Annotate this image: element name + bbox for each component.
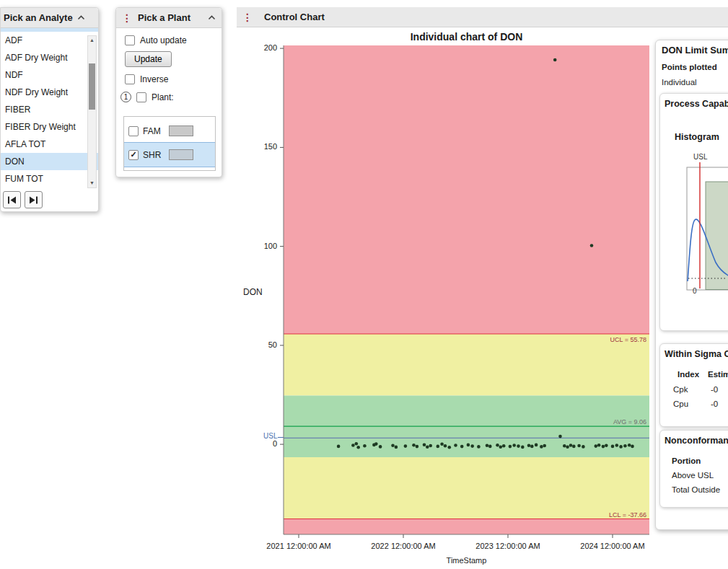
data-point[interactable]: [416, 445, 419, 449]
data-point[interactable]: [486, 444, 489, 448]
data-point[interactable]: [444, 444, 447, 448]
data-point[interactable]: [566, 445, 569, 449]
collapse-icon[interactable]: [208, 15, 216, 20]
list-item-adf-dry-weight[interactable]: ADF Dry Weight: [1, 49, 98, 66]
list-item-ndf-dry-weight[interactable]: NDF Dry Weight: [1, 84, 98, 101]
data-point[interactable]: [470, 444, 474, 448]
data-point[interactable]: [448, 446, 452, 449]
data-point[interactable]: [404, 444, 408, 448]
list-item-fiber[interactable]: FIBER: [1, 101, 98, 118]
data-point[interactable]: [521, 446, 525, 449]
data-point[interactable]: [429, 444, 432, 448]
pick-analyte-header[interactable]: Pick an Analyte: [1, 8, 98, 28]
data-point[interactable]: [412, 444, 416, 447]
data-point[interactable]: [440, 443, 444, 446]
menu-icon[interactable]: ⋮: [122, 13, 132, 23]
points-plotted-label: Points plotted: [662, 63, 717, 71]
inverse-checkbox[interactable]: [125, 74, 135, 84]
data-point[interactable]: [543, 444, 546, 448]
data-point[interactable]: [582, 445, 585, 449]
data-point[interactable]: [374, 442, 378, 446]
list-item-fiber-dry-weight[interactable]: FIBER Dry Weight: [1, 118, 98, 136]
data-point[interactable]: [355, 442, 359, 446]
pick-analyte-title: Pick an Analyte: [4, 12, 73, 23]
data-point[interactable]: [496, 444, 499, 447]
data-point[interactable]: [426, 445, 429, 449]
data-point[interactable]: [502, 444, 506, 448]
list-item: Total Outside: [672, 485, 720, 494]
control-chart-header[interactable]: ⋮ Control Chart: [237, 7, 728, 27]
data-point[interactable]: [605, 444, 608, 448]
analyte-scrollbar[interactable]: ▲ ▼: [87, 35, 97, 188]
data-point[interactable]: [517, 444, 520, 448]
last-page-button[interactable]: [25, 191, 43, 208]
data-point[interactable]: [540, 445, 543, 449]
data-point[interactable]: [611, 445, 615, 449]
plant-row-shr[interactable]: ✓SHR: [124, 143, 215, 167]
data-point[interactable]: [615, 444, 619, 447]
data-point[interactable]: [423, 443, 426, 446]
data-point[interactable]: [395, 446, 398, 449]
auto-update-checkbox[interactable]: [125, 35, 135, 45]
data-point[interactable]: [512, 444, 516, 447]
pick-plant-header[interactable]: ⋮ Pick a Plant: [116, 8, 222, 28]
list-item-ndf[interactable]: NDF: [1, 66, 98, 84]
plot-area[interactable]: UCL = 55.78AVG = 9.06LCL = -37.66: [284, 45, 649, 534]
data-point[interactable]: [351, 444, 355, 447]
data-point[interactable]: [590, 244, 594, 247]
data-point[interactable]: [337, 445, 341, 449]
data-point[interactable]: [558, 435, 562, 438]
checkbox-shr[interactable]: ✓: [128, 150, 139, 160]
collapse-icon[interactable]: [77, 15, 85, 20]
data-point[interactable]: [602, 445, 605, 449]
histogram-plot[interactable]: USL 0: [685, 150, 728, 294]
update-button[interactable]: Update: [125, 51, 172, 67]
data-point[interactable]: [437, 445, 440, 449]
list-item-don[interactable]: DON: [1, 153, 98, 170]
data-point[interactable]: [553, 58, 557, 62]
data-point[interactable]: [460, 445, 464, 449]
data-point[interactable]: [619, 445, 623, 449]
data-point[interactable]: [379, 445, 382, 449]
data-point[interactable]: [356, 446, 360, 449]
y-tick-label: 150: [264, 142, 277, 151]
data-point[interactable]: [477, 445, 481, 449]
data-point[interactable]: [467, 444, 470, 447]
data-point[interactable]: [623, 444, 627, 448]
first-page-button[interactable]: [3, 191, 21, 208]
data-point[interactable]: [535, 444, 538, 447]
data-point[interactable]: [631, 445, 634, 449]
data-point[interactable]: [577, 444, 581, 448]
checkbox-fam[interactable]: [128, 126, 139, 136]
data-point[interactable]: [488, 445, 492, 449]
data-point[interactable]: [363, 444, 367, 448]
portion-header: Portion: [672, 456, 701, 465]
scroll-thumb[interactable]: [89, 63, 95, 110]
data-point[interactable]: [597, 444, 601, 447]
last-page-icon: [29, 196, 38, 204]
data-point[interactable]: [509, 445, 512, 449]
data-point[interactable]: [569, 444, 573, 447]
data-point[interactable]: [527, 444, 531, 448]
data-point[interactable]: [499, 445, 503, 449]
data-point[interactable]: [530, 445, 534, 449]
data-point[interactable]: [595, 444, 598, 448]
list-item-afla-tot[interactable]: AFLA TOT: [1, 136, 98, 153]
list-item-fum-tot[interactable]: FUM TOT: [1, 170, 98, 188]
list-item-adf[interactable]: ADF: [1, 32, 98, 49]
scroll-up-icon[interactable]: ▲: [88, 36, 96, 45]
plant-row-label: FAM: [143, 126, 165, 136]
plant-filter-row: 1 Plant:: [120, 92, 222, 102]
data-point[interactable]: [391, 444, 395, 448]
x-tick-label: 2023 12:00:00 AM: [475, 542, 540, 550]
data-point[interactable]: [572, 445, 576, 449]
data-point[interactable]: [563, 444, 566, 448]
data-point[interactable]: [454, 444, 457, 447]
plant-checkbox[interactable]: [136, 92, 146, 102]
scroll-down-icon[interactable]: ▼: [88, 179, 96, 188]
lcl-label: LCL = -37.66: [609, 511, 646, 519]
data-point[interactable]: [628, 444, 631, 447]
nonconformance-card: Nonconformance Portion Above USLTotal Ou…: [659, 430, 728, 508]
inverse-label: Inverse: [140, 74, 168, 84]
plant-row-fam[interactable]: FAM: [124, 119, 215, 143]
